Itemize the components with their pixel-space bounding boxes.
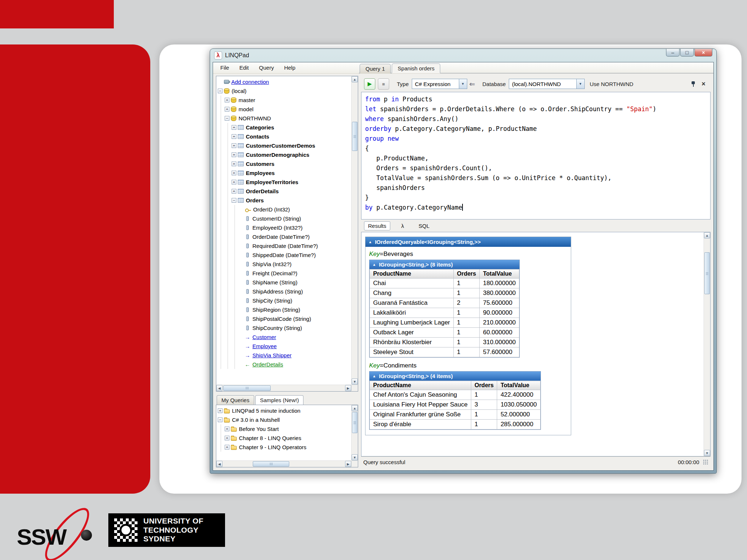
column-header-productname[interactable]: ProductName [370,269,454,279]
schema-item-orderid-int32[interactable]: OrderID (Int32) [218,205,351,214]
collapse-icon[interactable]: − [232,198,236,203]
schema-item-orderdetails[interactable]: ←OrderDetails [218,360,351,369]
group-header[interactable]: ▲IGrouping<String,> (8 items) [369,260,519,269]
schema-item-customerdemographics[interactable]: +CustomerDemographics [218,150,351,159]
schema-item-shippeddate-datetime[interactable]: ShippedDate (DateTime?) [218,250,351,260]
schema-label[interactable]: ShipVia Shipper [252,352,291,358]
column-header-productname[interactable]: ProductName [370,381,471,390]
schema-item-shipaddress-string[interactable]: ShipAddress (String) [218,287,351,296]
menu-query[interactable]: Query [254,62,279,73]
maximize-button[interactable]: □ [680,49,694,57]
scroll-thumb[interactable] [704,252,710,294]
schema-item-shipcity-string[interactable]: ShipCity (String) [218,296,351,305]
schema-item-orders[interactable]: −Orders [218,196,351,205]
expand-icon[interactable]: + [225,427,229,431]
schema-label[interactable]: Customer [252,334,276,340]
expand-icon[interactable]: + [232,134,236,139]
window-titlebar[interactable]: λ LINQPad – □ × [213,49,714,62]
expand-icon[interactable]: + [218,408,222,413]
samples-item-linqpad-5-minute-induction[interactable]: +LINQPad 5 minute induction [218,406,351,415]
column-header-orders[interactable]: Orders [453,269,479,279]
expand-icon[interactable]: + [225,107,229,112]
schema-item-employees[interactable]: +Employees [218,168,351,178]
schema-item-shipregion-string[interactable]: ShipRegion (String) [218,305,351,314]
scroll-up-button[interactable]: ▲ [704,232,710,238]
scroll-up-button[interactable]: ▲ [352,405,358,411]
run-query-button[interactable]: ▶ [364,78,375,90]
schema-item-northwnd[interactable]: −NORTHWND [218,114,351,123]
menu-help[interactable]: Help [279,62,301,73]
schema-item-shipvia-int32[interactable]: ShipVia (Int32?) [218,260,351,269]
expand-icon[interactable]: + [232,171,236,175]
collapse-icon[interactable]: − [218,417,222,422]
tab-my-queries[interactable]: My Queries [217,395,254,405]
close-query-icon[interactable]: × [701,80,705,88]
schema-item-shipvia-shipper[interactable]: →ShipVia Shipper [218,351,351,360]
stop-query-button[interactable]: ■ [378,78,389,90]
expand-icon[interactable]: + [232,180,236,184]
schema-item-freight-decimal[interactable]: Freight (Decimal?) [218,269,351,278]
column-header-totalvalue[interactable]: TotalValue [480,269,519,279]
schema-item-orderdate-datetime[interactable]: OrderDate (DateTime?) [218,232,351,241]
samples-vertical-scrollbar[interactable]: ▲ ▼ [351,405,358,460]
schema-item-contacts[interactable]: +Contacts [218,132,351,141]
scroll-down-button[interactable]: ▼ [352,454,358,460]
collapse-icon[interactable]: ▲ [368,240,372,244]
column-header-totalvalue[interactable]: TotalValue [497,381,540,390]
code-editor[interactable]: from p in Productslet spanishOrders = p.… [361,92,711,219]
results-tab-[interactable]: λ [398,222,408,230]
expand-icon[interactable]: + [232,152,236,157]
schema-item-orderdetails[interactable]: +OrderDetails [218,187,351,196]
scroll-thumb[interactable] [352,412,357,433]
scroll-down-button[interactable]: ▼ [704,450,710,456]
results-tab-sql[interactable]: SQL [415,222,433,230]
collapse-icon[interactable]: ▲ [372,263,376,267]
collapse-icon[interactable]: − [225,116,229,121]
schema-item-customerid-string[interactable]: CustomerID (String) [218,214,351,223]
pin-icon[interactable] [690,81,696,87]
collapse-icon[interactable]: ▲ [372,374,376,378]
expand-icon[interactable]: + [225,436,229,440]
schema-item-local[interactable]: −(local) [218,86,351,96]
collapse-icon[interactable]: − [218,89,222,93]
schema-item-categories[interactable]: +Categories [218,123,351,132]
chevron-down-icon[interactable]: ▼ [459,79,467,89]
expand-icon[interactable]: + [232,125,236,130]
minimize-button[interactable]: – [666,49,680,57]
resize-grip[interactable] [703,459,708,465]
expand-icon[interactable]: + [225,445,229,450]
schema-item-shipcountry-string[interactable]: ShipCountry (String) [218,323,351,332]
column-header-orders[interactable]: Orders [471,381,497,390]
schema-label[interactable]: Employee [252,343,277,349]
scroll-left-button[interactable]: ◀ [216,461,222,467]
scroll-right-button[interactable]: ▶ [345,461,351,467]
schema-item-master[interactable]: +master [218,96,351,105]
chevron-down-icon[interactable]: ▼ [576,79,584,89]
schema-item-employeeid-int32[interactable]: EmployeeID (Int32?) [218,223,351,232]
samples-item-before-you-start[interactable]: +Before You Start [218,424,351,433]
scroll-up-button[interactable]: ▲ [352,76,358,82]
results-content[interactable]: ▲ IOrderedQueryable<IGrouping<String,>> … [361,232,704,456]
samples-item-chapter-9-linq-operators[interactable]: +Chapter 9 - LINQ Operators [218,443,351,452]
scroll-right-button[interactable]: ▶ [345,385,351,391]
expand-icon[interactable]: + [232,189,236,194]
expand-icon[interactable]: + [232,143,236,148]
close-button[interactable]: × [694,49,712,57]
tab-samples-new[interactable]: Samples (New!) [255,395,304,405]
schema-label[interactable]: Add connection [231,79,269,85]
schema-label[interactable]: OrderDetails [252,361,283,368]
schema-vertical-scrollbar[interactable]: ▲ ▼ [351,76,358,385]
schema-item-employee[interactable]: →Employee [218,342,351,351]
schema-item-customercustomerdemos[interactable]: +CustomerCustomerDemos [218,141,351,150]
schema-item-shippostalcode-string[interactable]: ShipPostalCode (String) [218,314,351,323]
expand-icon[interactable]: + [225,98,229,102]
query-tab-query-1[interactable]: Query 1 [360,64,391,73]
query-tab-spanish-orders[interactable]: Spanish orders [392,63,440,73]
scroll-down-button[interactable]: ▼ [352,378,358,385]
scroll-left-button[interactable]: ◀ [216,385,222,391]
menu-file[interactable]: File [215,62,234,73]
group-header[interactable]: ▲IGrouping<String,> (4 items) [369,372,541,381]
menu-edit[interactable]: Edit [234,62,254,73]
expand-icon[interactable]: + [232,162,236,166]
query-type-dropdown[interactable]: C# Expression ▼ [412,79,467,89]
